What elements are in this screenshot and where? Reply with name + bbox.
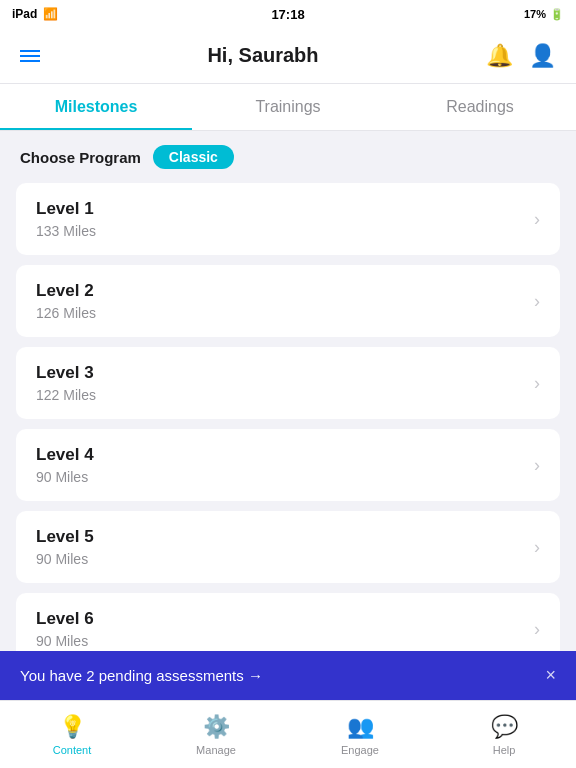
level-name-1: Level 1 [36, 199, 96, 219]
wifi-icon: 📶 [43, 7, 58, 21]
chevron-icon-2: › [534, 291, 540, 312]
engage-icon: 👥 [347, 714, 374, 740]
status-time: 17:18 [271, 7, 304, 22]
help-label: Help [493, 744, 516, 756]
level-miles-4: 90 Miles [36, 469, 94, 485]
notification-icon[interactable]: 🔔 [486, 43, 513, 69]
level-info-6: Level 6 90 Miles [36, 609, 94, 649]
level-card-5[interactable]: Level 5 90 Miles › [16, 511, 560, 583]
manage-label: Manage [196, 744, 236, 756]
level-info-5: Level 5 90 Miles [36, 527, 94, 567]
nav-item-manage[interactable]: ⚙️ Manage [144, 701, 288, 768]
content-icon: 💡 [59, 714, 86, 740]
help-icon: 💬 [491, 714, 518, 740]
header: Hi, Saurabh 🔔 👤 [0, 28, 576, 84]
level-miles-6: 90 Miles [36, 633, 94, 649]
status-left: iPad 📶 [12, 7, 58, 21]
chevron-icon-6: › [534, 619, 540, 640]
menu-icon[interactable] [20, 50, 40, 62]
tab-bar: Milestones Trainings Readings [0, 84, 576, 131]
manage-icon: ⚙️ [203, 714, 230, 740]
level-miles-1: 133 Miles [36, 223, 96, 239]
chevron-icon-3: › [534, 373, 540, 394]
level-info-3: Level 3 122 Miles [36, 363, 96, 403]
level-name-3: Level 3 [36, 363, 96, 383]
level-miles-3: 122 Miles [36, 387, 96, 403]
chevron-icon-4: › [534, 455, 540, 476]
engage-label: Engage [341, 744, 379, 756]
level-miles-5: 90 Miles [36, 551, 94, 567]
content-label: Content [53, 744, 92, 756]
carrier-label: iPad [12, 7, 37, 21]
program-label: Choose Program [20, 149, 141, 166]
status-bar: iPad 📶 17:18 17% 🔋 [0, 0, 576, 28]
pending-close-button[interactable]: × [545, 665, 556, 686]
nav-item-content[interactable]: 💡 Content [0, 701, 144, 768]
level-name-5: Level 5 [36, 527, 94, 547]
tab-readings[interactable]: Readings [384, 84, 576, 130]
header-actions: 🔔 👤 [486, 43, 556, 69]
level-info-2: Level 2 126 Miles [36, 281, 96, 321]
program-selector: Choose Program Classic [0, 131, 576, 183]
level-name-2: Level 2 [36, 281, 96, 301]
chevron-icon-5: › [534, 537, 540, 558]
chevron-icon-1: › [534, 209, 540, 230]
nav-item-engage[interactable]: 👥 Engage [288, 701, 432, 768]
tab-trainings[interactable]: Trainings [192, 84, 384, 130]
level-card-4[interactable]: Level 4 90 Miles › [16, 429, 560, 501]
level-miles-2: 126 Miles [36, 305, 96, 321]
battery-label: 17% [524, 8, 546, 20]
tab-milestones[interactable]: Milestones [0, 84, 192, 130]
header-title: Hi, Saurabh [207, 44, 318, 67]
program-badge[interactable]: Classic [153, 145, 234, 169]
status-right: 17% 🔋 [524, 8, 564, 21]
level-name-6: Level 6 [36, 609, 94, 629]
level-card-3[interactable]: Level 3 122 Miles › [16, 347, 560, 419]
pending-banner[interactable]: You have 2 pending assessments → × [0, 651, 576, 700]
battery-icon: 🔋 [550, 8, 564, 21]
pending-text: You have 2 pending assessments → [20, 667, 263, 684]
level-card-2[interactable]: Level 2 126 Miles › [16, 265, 560, 337]
level-name-4: Level 4 [36, 445, 94, 465]
bottom-nav: 💡 Content ⚙️ Manage 👥 Engage 💬 Help [0, 700, 576, 768]
pending-message: You have 2 pending assessments → [20, 667, 263, 684]
level-info-1: Level 1 133 Miles [36, 199, 96, 239]
profile-icon[interactable]: 👤 [529, 43, 556, 69]
level-info-4: Level 4 90 Miles [36, 445, 94, 485]
level-list: Level 1 133 Miles › Level 2 126 Miles › … [0, 183, 576, 675]
nav-item-help[interactable]: 💬 Help [432, 701, 576, 768]
level-card-1[interactable]: Level 1 133 Miles › [16, 183, 560, 255]
